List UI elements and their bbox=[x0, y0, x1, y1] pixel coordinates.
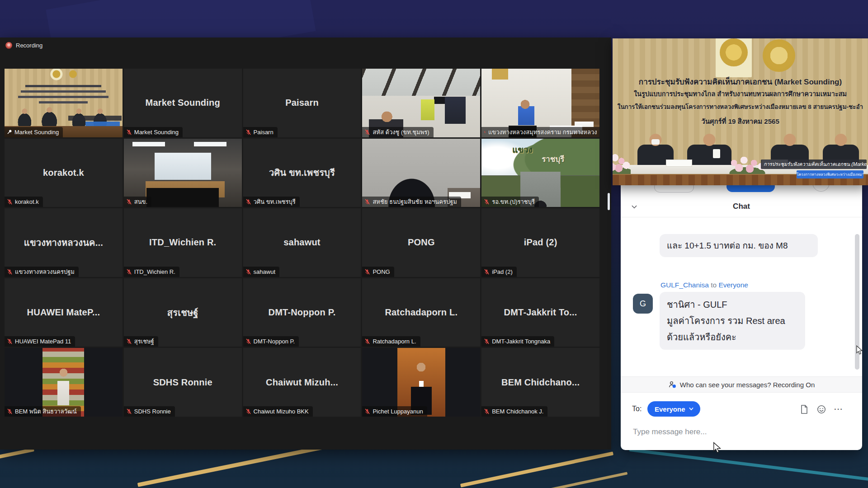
chat-message-input[interactable] bbox=[632, 427, 842, 437]
participant-label-text: iPad (2) bbox=[492, 268, 513, 276]
participant-label-text: สหัส ด้วงชู (ขท.ชุมพร) bbox=[373, 128, 429, 136]
recording-indicator: Recording bbox=[5, 42, 42, 49]
participant-tile[interactable]: HUAWEI MateP... HUAWEI MatePad 11 bbox=[5, 278, 123, 347]
participant-tile[interactable]: korakot.k korakot.k bbox=[5, 139, 123, 207]
recording-label: Recording bbox=[16, 42, 42, 49]
participant-tile[interactable]: สหัส ด้วงชู (ขท.ชุมพร) bbox=[362, 69, 480, 137]
mic-muted-icon bbox=[7, 199, 13, 205]
participant-tile[interactable]: สนข. bbox=[124, 139, 242, 207]
participant-name-label: BEM พนิต สินธวาลวัฒน์ bbox=[5, 406, 81, 417]
participant-label-text: Market Sounding bbox=[134, 128, 179, 136]
desktop: { "desktop": { "gold_line_color": "#d9b4… bbox=[0, 0, 868, 488]
chat-header: Chat bbox=[621, 197, 862, 217]
banner-project-line: ในการให้เอกชนร่วมลงทุนโครงการทางหลวงพิเศ… bbox=[613, 102, 868, 112]
participant-tile[interactable]: วศิน ขท.เพชรบุรี วศิน ขท.เพชรบุรี bbox=[243, 139, 361, 207]
participant-tile[interactable]: SDHS Ronnie SDHS Ronnie bbox=[124, 348, 242, 417]
sender-name: GULF_Chanisa bbox=[660, 281, 709, 289]
recipient-selector[interactable]: Everyone bbox=[647, 401, 700, 417]
mic-muted-icon bbox=[7, 338, 13, 344]
mic-muted-icon bbox=[364, 269, 370, 275]
file-icon bbox=[800, 404, 809, 414]
wallpaper-gold-line bbox=[534, 472, 628, 488]
participant-tile[interactable]: แขวงทางหลวงสมุทรสงคราม กรมทางหลวง bbox=[481, 69, 599, 137]
participant-tile[interactable]: iPad (2) iPad (2) bbox=[481, 208, 599, 277]
participant-tile[interactable]: Market Sounding Market Sounding bbox=[124, 69, 242, 137]
participant-tile[interactable]: แขวงราชบุรี รอ.ขท.(ป)ราชบุรี bbox=[481, 139, 599, 207]
mic-muted-icon bbox=[245, 269, 251, 275]
participant-tile[interactable]: ITD_Wichien R. ITD_Wichien R. bbox=[124, 208, 242, 277]
participant-name-label: sahawut bbox=[243, 267, 279, 277]
mic-muted-icon bbox=[245, 129, 251, 135]
participant-tile[interactable]: Ratchadaporn L. Ratchadaporn L. bbox=[362, 278, 480, 347]
participant-name-label: DMT-Jakkrit Tongnaka bbox=[481, 336, 554, 347]
participant-tile[interactable]: PONG PONG bbox=[362, 208, 480, 277]
banner-date: วันศุกร์ที่ 19 สิงหาคม 2565 bbox=[613, 116, 868, 127]
participant-tile[interactable]: สุรเชษฐ์ สุรเชษฐ์ bbox=[124, 278, 242, 347]
participant-tile[interactable]: BEM Chidchano... BEM Chidchanok J. bbox=[481, 348, 599, 417]
participant-label-text: วศิน ขท.เพชรบุรี bbox=[254, 198, 296, 206]
message-line: ชานิศา - GULF bbox=[667, 296, 798, 313]
privacy-notice-text: Who can see your messages? Recording On bbox=[680, 381, 815, 389]
participant-tile[interactable]: แขวงทางหลวงนค... แขวงทางหลวงนครปฐม bbox=[5, 208, 123, 277]
attach-file-button[interactable] bbox=[799, 404, 810, 415]
participant-tile[interactable]: DMT-Jakkrit To... DMT-Jakkrit Tongnaka bbox=[481, 278, 599, 347]
wallpaper-teal-line bbox=[629, 448, 868, 482]
smiley-icon bbox=[816, 404, 826, 414]
mic-muted-icon bbox=[364, 338, 370, 344]
participant-label-text: Paisarn bbox=[254, 128, 274, 136]
privacy-notice[interactable]: Who can see your messages? Recording On bbox=[621, 376, 862, 393]
participant-tile[interactable]: sahawut sahawut bbox=[243, 208, 361, 277]
message-line: มูลค่าโครงการ รวม Rest area ด้วยแล้วหรือ… bbox=[667, 313, 798, 345]
name-card bbox=[666, 160, 692, 167]
participant-grid: Market Sounding Market Sounding Market S… bbox=[5, 69, 599, 417]
emoji-button[interactable] bbox=[816, 404, 827, 415]
participant-tile[interactable]: สหชัย ธนปฐมสินชัย หอฯนครปฐม bbox=[362, 139, 480, 207]
mic-muted-icon bbox=[484, 129, 486, 135]
chat-message: และ 10+1.5 บาทต่อ กม. ของ M8 bbox=[660, 234, 818, 257]
pin-icon bbox=[7, 129, 12, 135]
chat-sender-row: GULF_Chanisa to Everyone bbox=[660, 281, 748, 289]
participant-label-text: BEM Chidchanok J. bbox=[492, 408, 543, 415]
chat-scrollbar[interactable] bbox=[855, 234, 859, 370]
more-options-button[interactable]: ··· bbox=[833, 404, 844, 415]
participant-label-text: sahawut bbox=[254, 268, 275, 276]
participant-name-label: Market Sounding bbox=[124, 127, 183, 137]
mic-muted-icon bbox=[7, 408, 13, 414]
mic-muted-icon bbox=[126, 129, 132, 135]
participant-tile[interactable]: Paisarn Paisarn bbox=[243, 69, 361, 137]
participant-label-text: DMT-Noppon P. bbox=[254, 338, 295, 345]
participant-label-text: Chaiwut Mizuho BKK bbox=[254, 408, 309, 415]
participant-name-label: Market Sounding bbox=[5, 127, 63, 137]
mic-muted-icon bbox=[484, 199, 490, 205]
sender-to-word: to bbox=[711, 281, 717, 289]
participant-tile[interactable]: BEM พนิต สินธวาลวัฒน์ bbox=[5, 348, 123, 417]
participant-label-text: รอ.ขท.(ป)ราชบุรี bbox=[492, 198, 535, 206]
participant-tile[interactable]: Market Sounding bbox=[5, 69, 123, 137]
participant-tile[interactable]: Pichet Luppayanun bbox=[362, 348, 480, 417]
gallery-scrollbar[interactable] bbox=[608, 193, 610, 210]
participant-name-label: ITD_Wichien R. bbox=[124, 267, 179, 277]
recording-icon bbox=[5, 42, 12, 49]
participant-tile[interactable]: Chaiwut Mizuh... Chaiwut Mizuho BKK bbox=[243, 348, 361, 417]
recipient-selected-label: Everyone bbox=[655, 405, 685, 413]
participant-name-label: Ratchadaporn L. bbox=[362, 336, 420, 347]
participant-label-text: สหชัย ธนปฐมสินชัย หอฯนครปฐม bbox=[373, 198, 457, 206]
virtual-background-text: แขวง bbox=[512, 143, 533, 156]
participant-tile[interactable]: DMT-Noppon P. DMT-Noppon P. bbox=[243, 278, 361, 347]
participant-label-text: DMT-Jakkrit Tongnaka bbox=[492, 338, 550, 345]
participant-name-label: BEM Chidchanok J. bbox=[481, 406, 547, 417]
participant-name-label: DMT-Noppon P. bbox=[243, 336, 299, 347]
participant-name-label: korakot.k bbox=[5, 197, 43, 207]
participant-label-text: PONG bbox=[373, 268, 390, 276]
mic-muted-icon bbox=[126, 199, 132, 205]
mic-muted-icon bbox=[126, 408, 132, 414]
chat-message: ชานิศา - GULF มูลค่าโครงการ รวม Rest are… bbox=[660, 292, 805, 350]
sender-recipient: Everyone bbox=[718, 281, 748, 289]
mic-muted-icon bbox=[484, 269, 490, 275]
chat-panel: Chat และ 10+1.5 บาทต่อ กม. ของ M8 GULF_C… bbox=[621, 181, 862, 450]
meeting-gallery-window: Recording Market Sounding Market Soundin… bbox=[0, 38, 611, 450]
mic-muted-icon bbox=[364, 129, 370, 135]
participant-name-label: แขวงทางหลวงนครปฐม bbox=[5, 267, 79, 277]
composer-recipient-row: To: Everyone ··· bbox=[621, 401, 862, 418]
participant-name-label: SDHS Ronnie bbox=[124, 406, 175, 417]
